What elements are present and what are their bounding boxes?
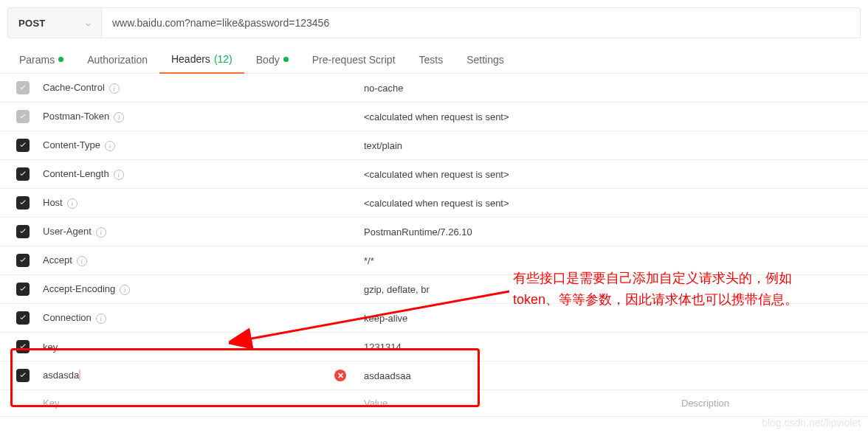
table-row: Accepti*/* xyxy=(0,246,868,275)
table-row-placeholder: KeyValueDescription xyxy=(0,390,868,417)
tab-label: Pre-request Script xyxy=(312,54,396,66)
table-row: Hosti<calculated when request is sent> xyxy=(0,189,868,218)
header-key-cell[interactable]: Connectioni xyxy=(37,304,358,333)
header-desc-cell[interactable] xyxy=(675,304,868,333)
info-icon[interactable]: i xyxy=(109,83,120,94)
header-desc-placeholder[interactable]: Description xyxy=(675,390,868,417)
info-icon[interactable]: i xyxy=(67,198,78,209)
header-value-cell[interactable]: 1231314 xyxy=(358,333,675,361)
info-icon[interactable]: i xyxy=(105,141,115,151)
header-key-cell[interactable]: Postman-Tokeni xyxy=(37,103,358,131)
table-row: Connectionikeep-alive xyxy=(0,304,868,333)
info-icon[interactable]: i xyxy=(114,170,124,180)
header-desc-cell[interactable] xyxy=(675,333,868,361)
indicator-dot-icon xyxy=(58,57,63,62)
header-value-placeholder[interactable]: Value xyxy=(358,390,675,417)
table-row: Cache-Controlino-cache xyxy=(0,74,868,103)
delete-icon[interactable]: ✕ xyxy=(334,370,346,381)
tab-params[interactable]: Params xyxy=(7,46,75,73)
header-checkbox[interactable] xyxy=(16,139,30,152)
header-key-placeholder[interactable]: Key xyxy=(37,390,358,417)
header-key-cell[interactable]: key xyxy=(37,333,358,361)
header-value-cell[interactable]: no-cache xyxy=(358,74,675,103)
header-key-cell[interactable]: Hosti xyxy=(37,189,358,218)
header-checkbox[interactable] xyxy=(16,311,30,325)
header-key-cell[interactable]: User-Agenti xyxy=(37,218,358,246)
header-checkbox[interactable] xyxy=(16,196,30,209)
info-icon[interactable]: i xyxy=(77,256,87,266)
tab-label: Body xyxy=(256,54,280,66)
header-desc-cell[interactable] xyxy=(675,103,868,131)
header-value-cell[interactable]: <calculated when request is sent> xyxy=(358,160,675,189)
info-icon[interactable]: i xyxy=(96,314,106,324)
header-value-cell[interactable]: keep-alive xyxy=(358,304,675,333)
header-value-cell[interactable]: text/plain xyxy=(358,131,675,160)
header-desc-cell[interactable] xyxy=(675,74,868,103)
header-key-cell[interactable]: asdasda ✕ xyxy=(37,361,358,390)
indicator-dot-icon xyxy=(283,57,289,62)
tab-authorization[interactable]: Authorization xyxy=(75,46,159,73)
header-key-cell[interactable]: Cache-Controli xyxy=(37,74,358,103)
header-key-cell[interactable]: Accepti xyxy=(37,246,358,275)
header-checkbox[interactable] xyxy=(16,283,30,296)
tabs-bar: Params Authorization Headers (12) Body P… xyxy=(0,46,868,74)
tab-body[interactable]: Body xyxy=(244,46,300,73)
table-row: asdasda ✕asdaadsaa xyxy=(0,361,868,390)
header-desc-cell[interactable] xyxy=(675,218,868,246)
header-value-cell[interactable]: asdaadsaa xyxy=(358,361,675,390)
header-key-cell[interactable]: Accept-Encodingi xyxy=(37,275,358,304)
chevron-down-icon: ⌵ xyxy=(86,18,91,28)
table-row: Content-Typeitext/plain xyxy=(0,131,868,160)
tab-label: Tests xyxy=(419,54,444,66)
info-icon[interactable]: i xyxy=(96,227,106,238)
tab-label: Headers xyxy=(171,53,210,65)
header-desc-cell[interactable] xyxy=(675,131,868,160)
tab-tests[interactable]: Tests xyxy=(407,46,455,73)
header-value-cell[interactable]: <calculated when request is sent> xyxy=(358,189,675,218)
header-checkbox[interactable] xyxy=(16,340,30,353)
tab-prerequest[interactable]: Pre-request Script xyxy=(300,46,407,73)
header-desc-cell[interactable] xyxy=(675,361,868,390)
header-checkbox[interactable] xyxy=(16,81,30,94)
header-value-cell[interactable]: gzip, deflate, br xyxy=(358,275,675,304)
tab-headers[interactable]: Headers (12) xyxy=(159,46,244,74)
header-desc-cell[interactable] xyxy=(675,189,868,218)
headers-count: (12) xyxy=(214,53,232,65)
header-desc-cell[interactable] xyxy=(675,160,868,189)
tab-label: Authorization xyxy=(87,54,148,66)
table-row: Accept-Encodingigzip, deflate, br xyxy=(0,275,868,304)
table-row: key1231314 xyxy=(0,333,868,361)
header-checkbox[interactable] xyxy=(16,369,30,382)
method-text: POST xyxy=(18,18,46,29)
method-select[interactable]: POST ⌵ xyxy=(7,7,102,38)
table-row: User-AgentiPostmanRuntime/7.26.10 xyxy=(0,218,868,246)
header-checkbox[interactable] xyxy=(16,110,30,123)
header-value-cell[interactable]: */* xyxy=(358,246,675,275)
info-icon[interactable]: i xyxy=(114,112,124,122)
tab-label: Params xyxy=(19,54,55,66)
header-checkbox[interactable] xyxy=(16,167,30,181)
header-checkbox[interactable] xyxy=(16,225,30,238)
table-row: Postman-Tokeni<calculated when request i… xyxy=(0,103,868,131)
url-text: www.baidu.com?name=like&password=123456 xyxy=(112,17,329,29)
watermark: blog.csdn.net/lipviolet xyxy=(762,417,861,429)
url-input[interactable]: www.baidu.com?name=like&password=123456 xyxy=(102,7,861,38)
table-row: Content-Lengthi<calculated when request … xyxy=(0,160,868,189)
header-value-cell[interactable]: PostmanRuntime/7.26.10 xyxy=(358,218,675,246)
header-checkbox[interactable] xyxy=(16,254,30,267)
tab-settings[interactable]: Settings xyxy=(455,46,516,73)
headers-table: Cache-Controlino-cachePostman-Tokeni<cal… xyxy=(0,74,868,417)
header-desc-cell[interactable] xyxy=(675,246,868,275)
header-key-cell[interactable]: Content-Lengthi xyxy=(37,160,358,189)
header-key-cell[interactable]: Content-Typei xyxy=(37,131,358,160)
info-icon[interactable]: i xyxy=(120,285,130,295)
tab-label: Settings xyxy=(466,54,504,66)
header-value-cell[interactable]: <calculated when request is sent> xyxy=(358,103,675,131)
header-desc-cell[interactable] xyxy=(675,275,868,304)
